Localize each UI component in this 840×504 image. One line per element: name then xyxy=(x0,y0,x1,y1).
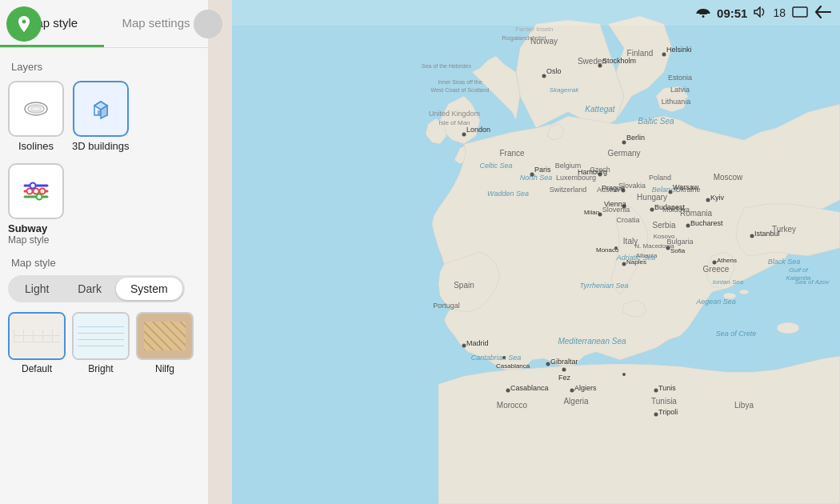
svg-text:Estonia: Estonia xyxy=(668,74,692,82)
style-thumb-bright[interactable]: Bright xyxy=(72,312,130,374)
svg-point-13 xyxy=(34,189,39,194)
svg-text:Baltic Sea: Baltic Sea xyxy=(638,117,674,126)
svg-text:Black Sea: Black Sea xyxy=(768,258,801,266)
svg-point-128 xyxy=(622,373,626,376)
bright-thumb-image[interactable] xyxy=(72,312,130,360)
svg-text:Libya: Libya xyxy=(734,401,754,410)
subway-style-button[interactable] xyxy=(8,163,64,219)
svg-text:Istanbul: Istanbul xyxy=(754,230,780,238)
svg-text:Athens: Athens xyxy=(717,257,737,264)
isolines-label: Isolines xyxy=(18,140,54,152)
app-icon xyxy=(6,6,42,42)
svg-text:Mediterranean Sea: Mediterranean Sea xyxy=(558,337,626,346)
svg-text:Vienna: Vienna xyxy=(604,200,626,208)
default-thumb-label: Default xyxy=(22,363,52,374)
svg-point-12 xyxy=(27,189,33,194)
style-thumb-default[interactable]: Default xyxy=(8,312,66,374)
svg-point-121 xyxy=(506,389,510,393)
svg-text:Madrid: Madrid xyxy=(466,339,489,347)
svg-text:Tripoli: Tripoli xyxy=(658,408,678,416)
svg-point-109 xyxy=(622,262,626,266)
svg-point-89 xyxy=(669,190,673,194)
svg-text:Hungary: Hungary xyxy=(637,193,667,202)
svg-text:North Sea: North Sea xyxy=(520,174,553,182)
svg-text:Tyrrhenian Sea: Tyrrhenian Sea xyxy=(580,282,629,290)
theme-dark-button[interactable]: Dark xyxy=(63,278,116,300)
svg-point-105 xyxy=(750,234,754,238)
svg-point-15 xyxy=(30,183,36,189)
svg-text:Algiers: Algiers xyxy=(574,384,597,392)
svg-rect-8 xyxy=(98,110,101,115)
nilfg-thumb-label: Nilfg xyxy=(155,363,174,374)
svg-text:Italy: Italy xyxy=(623,237,638,246)
svg-point-131 xyxy=(562,368,566,372)
svg-text:Warsaw: Warsaw xyxy=(673,183,699,191)
nilfg-thumb-image[interactable] xyxy=(136,312,194,360)
svg-point-103 xyxy=(713,261,717,265)
subway-sublabel: Map style xyxy=(8,234,49,246)
svg-text:Berlin: Berlin xyxy=(626,134,645,142)
subway-label: Subway xyxy=(8,222,47,234)
svg-text:Gibraltar: Gibraltar xyxy=(550,358,578,366)
svg-text:Monaco: Monaco xyxy=(596,246,619,254)
svg-text:Prague: Prague xyxy=(602,184,625,192)
svg-text:Switzerland: Switzerland xyxy=(550,186,587,194)
svg-text:Greece: Greece xyxy=(703,265,730,274)
svg-text:Kosovo: Kosovo xyxy=(654,233,675,240)
style-thumbs: Default Bright Nilfg xyxy=(8,312,200,374)
theme-light-button[interactable]: Light xyxy=(10,278,63,300)
svg-text:Tunis: Tunis xyxy=(658,384,676,392)
svg-rect-0 xyxy=(793,7,807,17)
layer-item-isolines: Isolines xyxy=(8,81,64,152)
svg-text:Poland: Poland xyxy=(649,174,671,182)
svg-point-97 xyxy=(686,224,690,228)
svg-text:United Kingdom: United Kingdom xyxy=(429,110,480,118)
svg-point-115 xyxy=(570,389,574,393)
svg-text:Skagerrak: Skagerrak xyxy=(550,86,579,94)
svg-text:Lithuania: Lithuania xyxy=(662,98,691,106)
svg-text:Gulf of: Gulf of xyxy=(789,266,808,274)
layer-item-3d-buildings: 3D buildings xyxy=(72,81,130,152)
style-thumb-nilfg[interactable]: Nilfg xyxy=(136,312,194,374)
map-area[interactable]: Norway Sweden Finland Estonia Latvia Lit… xyxy=(232,0,840,504)
theme-toggle: Light Dark System xyxy=(8,275,185,302)
svg-text:Algeria: Algeria xyxy=(563,397,589,406)
svg-text:Kalamita: Kalamita xyxy=(786,274,811,282)
tab-map-settings[interactable]: Map settings xyxy=(104,0,208,47)
layers-title: Layers xyxy=(8,61,200,73)
svg-text:Tunisia: Tunisia xyxy=(651,397,677,406)
svg-text:Inner Seas off the: Inner Seas off the xyxy=(438,79,482,85)
layers-section: Layers Isolines xyxy=(8,61,200,152)
svg-text:Budapest: Budapest xyxy=(654,203,686,211)
3d-buildings-button[interactable] xyxy=(73,81,129,137)
svg-text:Sofia: Sofia xyxy=(670,247,686,254)
sidebar-scroll-handle[interactable] xyxy=(194,10,222,38)
svg-text:Aegean Sea: Aegean Sea xyxy=(695,298,736,306)
time-display: 09:51 xyxy=(717,6,747,20)
default-thumb-image[interactable] xyxy=(8,312,66,360)
svg-point-99 xyxy=(706,198,710,202)
svg-point-20 xyxy=(777,322,799,334)
svg-text:Sea of Crete: Sea of Crete xyxy=(716,330,757,338)
svg-point-83 xyxy=(530,173,534,177)
svg-text:Rogalandsfeltet: Rogalandsfeltet xyxy=(502,34,546,42)
svg-text:Fez: Fez xyxy=(558,374,571,382)
volume-level: 18 xyxy=(773,6,786,19)
isolines-button[interactable] xyxy=(8,81,64,137)
theme-system-button[interactable]: System xyxy=(116,278,182,300)
svg-text:Paris: Paris xyxy=(534,166,551,174)
back-icon[interactable] xyxy=(814,5,832,22)
svg-point-79 xyxy=(662,53,666,57)
svg-text:Sea of the Hebrides: Sea of the Hebrides xyxy=(422,63,471,69)
svg-text:Portugal: Portugal xyxy=(433,302,460,310)
svg-text:Croatia: Croatia xyxy=(616,216,639,224)
svg-text:Morocco: Morocco xyxy=(497,401,528,410)
svg-text:Casablanca: Casablanca xyxy=(496,362,530,370)
svg-text:Latvia: Latvia xyxy=(670,86,690,94)
svg-point-113 xyxy=(546,362,550,366)
svg-point-101 xyxy=(666,246,670,250)
svg-point-107 xyxy=(462,344,466,348)
svg-point-14 xyxy=(40,189,46,194)
sidebar-content: Layers Isolines xyxy=(0,48,208,504)
svg-text:London: London xyxy=(466,126,490,134)
